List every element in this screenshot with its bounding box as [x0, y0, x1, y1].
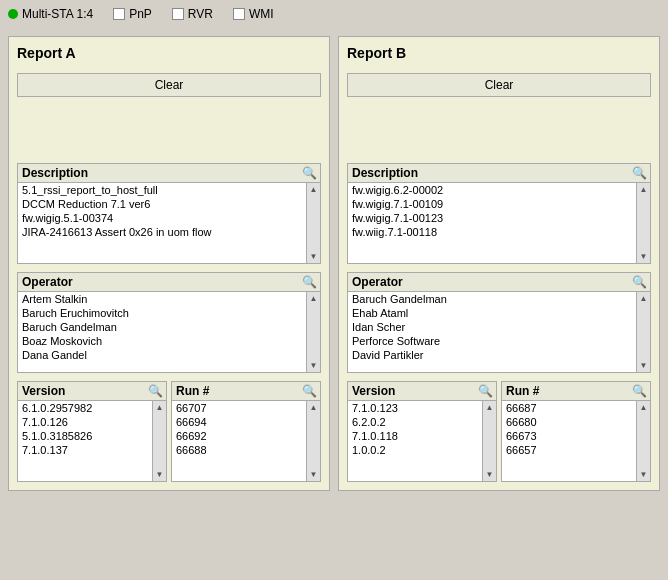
report-a-operator-label: Operator [22, 275, 73, 289]
report-a-operator-list: Artem Stalkin Baruch Eruchimovitch Baruc… [18, 292, 320, 372]
scroll-down-arrow[interactable]: ▼ [484, 468, 496, 481]
list-item[interactable]: 66707 [172, 401, 306, 415]
pnp-label: PnP [129, 7, 152, 21]
version-scrollbar[interactable]: ▲ ▼ [482, 401, 496, 481]
list-item[interactable]: 5.1_rssi_report_to_host_full [18, 183, 306, 197]
list-item[interactable]: Perforce Software [348, 334, 636, 348]
report-a-description-label: Description [22, 166, 88, 180]
report-b-version-section: Version 🔍 7.1.0.123 6.2.0.2 7.1.0.118 1.… [347, 381, 497, 482]
pnp-checkbox[interactable] [113, 8, 125, 20]
list-item[interactable]: 7.1.0.126 [18, 415, 152, 429]
scroll-up-arrow[interactable]: ▲ [308, 401, 320, 414]
list-item[interactable]: 1.0.0.2 [348, 443, 482, 457]
scroll-down-arrow[interactable]: ▼ [308, 359, 320, 372]
list-item[interactable]: 66680 [502, 415, 636, 429]
list-item[interactable]: Baruch Eruchimovitch [18, 306, 306, 320]
report-b-operator-search-icon[interactable]: 🔍 [632, 275, 646, 289]
pnp-item: PnP [113, 7, 152, 21]
list-item[interactable]: 66688 [172, 443, 306, 457]
list-item[interactable]: 66657 [502, 443, 636, 457]
report-a-operator-search-icon[interactable]: 🔍 [302, 275, 316, 289]
report-a-run-header: Run # 🔍 [172, 382, 320, 401]
report-b-version-search-icon[interactable]: 🔍 [478, 384, 492, 398]
list-item[interactable]: Idan Scher [348, 320, 636, 334]
report-b-run-section: Run # 🔍 66687 66680 66673 66657 ▲ ▼ [501, 381, 651, 482]
list-item[interactable]: 66673 [502, 429, 636, 443]
report-b-operator-label: Operator [352, 275, 403, 289]
scroll-up-arrow[interactable]: ▲ [638, 401, 650, 414]
run-scrollbar[interactable]: ▲ ▼ [306, 401, 320, 481]
report-a-operator-header: Operator 🔍 [18, 273, 320, 292]
report-a-version-search-icon[interactable]: 🔍 [148, 384, 162, 398]
report-b-description-section: Description 🔍 fw.wigig.6.2-00002 fw.wigi… [347, 163, 651, 264]
description-scrollbar[interactable]: ▲ ▼ [306, 183, 320, 263]
list-item[interactable]: 5.1.0.3185826 [18, 429, 152, 443]
list-item[interactable]: Artem Stalkin [18, 292, 306, 306]
scroll-down-arrow[interactable]: ▼ [308, 468, 320, 481]
scroll-up-arrow[interactable]: ▲ [638, 292, 650, 305]
report-a-bottom-section: Version 🔍 6.1.0.2957982 7.1.0.126 5.1.0.… [17, 381, 321, 482]
version-scrollbar[interactable]: ▲ ▼ [152, 401, 166, 481]
list-item[interactable]: fw.wigig.7.1-00109 [348, 197, 636, 211]
report-a-version-label: Version [22, 384, 65, 398]
list-item[interactable]: DCCM Reduction 7.1 ver6 [18, 197, 306, 211]
multi-sta-label: Multi-STA 1:4 [22, 7, 93, 21]
scroll-up-arrow[interactable]: ▲ [154, 401, 166, 414]
scroll-down-arrow[interactable]: ▼ [638, 250, 650, 263]
operator-scrollbar[interactable]: ▲ ▼ [636, 292, 650, 372]
report-b-version-list: 7.1.0.123 6.2.0.2 7.1.0.118 1.0.0.2 ▲ ▼ [348, 401, 496, 481]
report-a-run-section: Run # 🔍 66707 66694 66692 66688 ▲ ▼ [171, 381, 321, 482]
list-item[interactable]: 6.2.0.2 [348, 415, 482, 429]
scroll-up-arrow[interactable]: ▲ [638, 183, 650, 196]
list-item[interactable]: Dana Gandel [18, 348, 306, 362]
description-scrollbar[interactable]: ▲ ▼ [636, 183, 650, 263]
report-a-run-label: Run # [176, 384, 209, 398]
report-b-version-label: Version [352, 384, 395, 398]
scroll-down-arrow[interactable]: ▼ [638, 359, 650, 372]
rvr-checkbox[interactable] [172, 8, 184, 20]
title-bar: Multi-STA 1:4 PnP RVR WMI [0, 0, 668, 28]
operator-scrollbar[interactable]: ▲ ▼ [306, 292, 320, 372]
report-b-run-search-icon[interactable]: 🔍 [632, 384, 646, 398]
list-item[interactable]: fw.wigig.5.1-00374 [18, 211, 306, 225]
run-scrollbar[interactable]: ▲ ▼ [636, 401, 650, 481]
list-item[interactable]: 66687 [502, 401, 636, 415]
wmi-item: WMI [233, 7, 274, 21]
report-b-version-header: Version 🔍 [348, 382, 496, 401]
report-a-run-search-icon[interactable]: 🔍 [302, 384, 316, 398]
report-b-clear-button[interactable]: Clear [347, 73, 651, 97]
wmi-checkbox[interactable] [233, 8, 245, 20]
list-item[interactable]: Baruch Gandelman [348, 292, 636, 306]
report-a-clear-button[interactable]: Clear [17, 73, 321, 97]
scroll-up-arrow[interactable]: ▲ [308, 183, 320, 196]
report-a-description-search-icon[interactable]: 🔍 [302, 166, 316, 180]
report-b-filter-area [347, 105, 651, 155]
report-a-version-list: 6.1.0.2957982 7.1.0.126 5.1.0.3185826 7.… [18, 401, 166, 481]
report-a-version-section: Version 🔍 6.1.0.2957982 7.1.0.126 5.1.0.… [17, 381, 167, 482]
list-item[interactable]: Baruch Gandelman [18, 320, 306, 334]
scroll-down-arrow[interactable]: ▼ [154, 468, 166, 481]
list-item[interactable]: Ehab Ataml [348, 306, 636, 320]
report-b-description-search-icon[interactable]: 🔍 [632, 166, 646, 180]
scroll-up-arrow[interactable]: ▲ [484, 401, 496, 414]
list-item[interactable]: 66694 [172, 415, 306, 429]
list-item[interactable]: 7.1.0.123 [348, 401, 482, 415]
list-item[interactable]: 6.1.0.2957982 [18, 401, 152, 415]
report-b-bottom-section: Version 🔍 7.1.0.123 6.2.0.2 7.1.0.118 1.… [347, 381, 651, 482]
report-a-filter-area [17, 105, 321, 155]
report-a-version-header: Version 🔍 [18, 382, 166, 401]
list-item[interactable]: fw.wiig.7.1-00118 [348, 225, 636, 239]
scroll-down-arrow[interactable]: ▼ [308, 250, 320, 263]
list-item[interactable]: JIRA-2416613 Assert 0x26 in uom flow [18, 225, 306, 239]
list-item[interactable]: David Partikler [348, 348, 636, 362]
scroll-up-arrow[interactable]: ▲ [308, 292, 320, 305]
list-item[interactable]: fw.wigig.6.2-00002 [348, 183, 636, 197]
report-b-description-label: Description [352, 166, 418, 180]
list-item[interactable]: 66692 [172, 429, 306, 443]
list-item[interactable]: 7.1.0.137 [18, 443, 152, 457]
list-item[interactable]: fw.wigig.7.1-00123 [348, 211, 636, 225]
list-item[interactable]: 7.1.0.118 [348, 429, 482, 443]
scroll-down-arrow[interactable]: ▼ [638, 468, 650, 481]
rvr-label: RVR [188, 7, 213, 21]
list-item[interactable]: Boaz Moskovich [18, 334, 306, 348]
